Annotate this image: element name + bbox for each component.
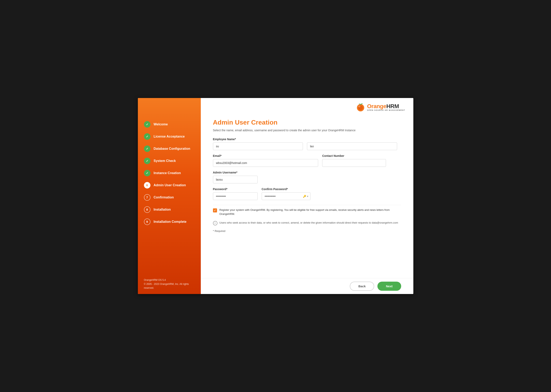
logo-text: OrangeHRM OPEN SOURCE HR MANAGEMENT bbox=[367, 104, 405, 111]
sidebar-footer: OrangeHRM OS 5.4 © 2005 - 2023 OrangeHRM… bbox=[138, 274, 201, 294]
email-group: Email* bbox=[213, 154, 318, 167]
logo-icon bbox=[355, 102, 366, 113]
confirm-password-label: Confirm Password* bbox=[262, 188, 311, 191]
last-name-input[interactable] bbox=[307, 142, 397, 150]
password-input[interactable] bbox=[213, 192, 258, 200]
email-input[interactable] bbox=[213, 159, 318, 167]
step-icon-7: 7 bbox=[144, 194, 150, 201]
step-label-3: Database Configuration bbox=[154, 147, 190, 151]
step-label-1: Welcome bbox=[154, 123, 168, 126]
employee-name-row bbox=[213, 142, 401, 150]
employee-name-label: Employee Name* bbox=[213, 138, 401, 141]
info-section: i Users who seek access to their data, o… bbox=[213, 219, 401, 227]
contact-group: Contact Number bbox=[322, 154, 386, 167]
page-title: Admin User Creation bbox=[213, 119, 401, 126]
sidebar-step-1[interactable]: ✓Welcome bbox=[144, 118, 195, 130]
info-icon: i bbox=[213, 221, 218, 225]
step-icon-5: ✓ bbox=[144, 170, 150, 176]
check-icon: ✓ bbox=[214, 209, 216, 212]
password-row: Password* Confirm Password* 🔑 ▾ bbox=[213, 188, 401, 200]
email-contact-row: Email* Contact Number bbox=[213, 154, 401, 167]
register-checkbox[interactable]: ✓ bbox=[213, 208, 217, 212]
header: OrangeHRM OPEN SOURCE HR MANAGEMENT bbox=[201, 98, 413, 115]
step-label-9: Installation Complete bbox=[154, 220, 187, 224]
main-content: OrangeHRM OPEN SOURCE HR MANAGEMENT Admi… bbox=[201, 98, 413, 294]
sidebar-step-3[interactable]: ✓Database Configuration bbox=[144, 143, 195, 155]
step-icon-2: ✓ bbox=[144, 133, 150, 140]
step-label-4: System Check bbox=[154, 159, 176, 163]
step-icon-8: 8 bbox=[144, 206, 150, 213]
step-icon-4: ✓ bbox=[144, 158, 150, 164]
confirm-password-wrapper: 🔑 ▾ bbox=[262, 192, 311, 200]
logo-dark-part: HRM bbox=[386, 103, 399, 109]
password-toggle-icons[interactable]: 🔑 ▾ bbox=[303, 195, 308, 198]
step-label-2: License Acceptance bbox=[154, 135, 185, 138]
sidebar-step-7: 7Confirmation bbox=[144, 191, 195, 203]
key-icon: 🔑 bbox=[303, 195, 306, 198]
page-subtitle: Select the name, email address, username… bbox=[213, 129, 401, 132]
sidebar-step-9: 9Installation Complete bbox=[144, 216, 195, 228]
contact-label: Contact Number bbox=[322, 154, 386, 157]
sidebar-step-6[interactable]: 6Admin User Creation bbox=[144, 179, 195, 191]
step-icon-9: 9 bbox=[144, 218, 150, 225]
register-checkbox-section: ✓ Register your system with OrangeHRM. B… bbox=[213, 205, 401, 219]
password-group: Password* bbox=[213, 188, 258, 200]
sidebar-step-8: 8Installation bbox=[144, 203, 195, 216]
footer-line1: OrangeHRM OS 5.4 bbox=[144, 278, 195, 282]
info-text: Users who seek access to their data, or … bbox=[219, 221, 398, 225]
logo: OrangeHRM OPEN SOURCE HR MANAGEMENT bbox=[355, 102, 405, 113]
sidebar-step-4[interactable]: ✓System Check bbox=[144, 155, 195, 167]
email-label: Email* bbox=[213, 154, 318, 157]
required-note: * Required bbox=[213, 230, 401, 232]
sidebar: ✓Welcome✓License Acceptance✓Database Con… bbox=[138, 98, 201, 294]
first-name-input[interactable] bbox=[213, 142, 303, 150]
svg-point-2 bbox=[358, 106, 360, 107]
register-text: Register your system with OrangeHRM. By … bbox=[219, 208, 401, 216]
password-label: Password* bbox=[213, 188, 258, 191]
step-label-8: Installation bbox=[154, 208, 171, 211]
content-area: Admin User Creation Select the name, ema… bbox=[201, 115, 413, 278]
footer-actions: Back Next bbox=[201, 278, 413, 294]
logo-orange-part: Orange bbox=[367, 103, 386, 109]
step-icon-3: ✓ bbox=[144, 146, 150, 152]
confirm-password-group: Confirm Password* 🔑 ▾ bbox=[262, 188, 311, 200]
sidebar-step-2[interactable]: ✓License Acceptance bbox=[144, 130, 195, 143]
step-icon-6: 6 bbox=[144, 182, 150, 189]
sidebar-step-5[interactable]: ✓Instance Creation bbox=[144, 167, 195, 179]
step-icon-1: ✓ bbox=[144, 121, 150, 128]
logo-subtitle: OPEN SOURCE HR MANAGEMENT bbox=[367, 109, 405, 111]
footer-line2: © 2005 - 2023 OrangeHRM, Inc. All rights… bbox=[144, 282, 195, 290]
step-label-7: Confirmation bbox=[154, 196, 174, 199]
contact-input[interactable] bbox=[322, 159, 386, 167]
step-label-5: Instance Creation bbox=[154, 171, 181, 175]
back-button[interactable]: Back bbox=[350, 282, 374, 291]
chevron-down-icon: ▾ bbox=[307, 195, 308, 198]
username-group: Admin Username* bbox=[213, 171, 401, 183]
username-input[interactable] bbox=[213, 176, 258, 183]
sidebar-steps: ✓Welcome✓License Acceptance✓Database Con… bbox=[138, 98, 201, 274]
next-button[interactable]: Next bbox=[377, 282, 401, 291]
step-label-6: Admin User Creation bbox=[154, 183, 186, 187]
username-label: Admin Username* bbox=[213, 171, 401, 174]
